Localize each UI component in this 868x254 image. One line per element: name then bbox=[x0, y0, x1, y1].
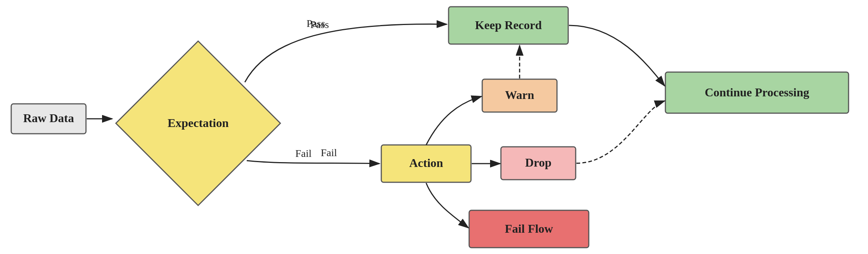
warn-node: Warn bbox=[482, 79, 557, 112]
keep-record-node: Keep Record bbox=[449, 7, 568, 44]
edge-keeprecord-continue bbox=[569, 25, 665, 86]
fail-flow-label: Fail Flow bbox=[505, 222, 553, 235]
edge-drop-continue bbox=[576, 101, 665, 163]
edge-fail-label: Fail bbox=[295, 148, 312, 159]
pass-text: Pass bbox=[307, 18, 325, 29]
continue-processing-node: Continue Processing bbox=[665, 72, 849, 113]
expectation-node: Expectation bbox=[116, 41, 280, 205]
fail-text: Fail bbox=[321, 147, 337, 158]
continue-processing-label: Continue Processing bbox=[705, 86, 809, 99]
expectation-label: Expectation bbox=[167, 116, 229, 130]
action-node: Action bbox=[381, 145, 471, 182]
warn-label: Warn bbox=[505, 88, 534, 102]
drop-label: Drop bbox=[525, 156, 552, 169]
raw-data-label: Raw Data bbox=[23, 111, 74, 125]
keep-record-label: Keep Record bbox=[475, 18, 542, 32]
edge-action-failflow bbox=[426, 183, 468, 228]
edge-exp-pass bbox=[245, 24, 447, 82]
fail-flow-node: Fail Flow bbox=[469, 210, 589, 248]
edge-action-warn bbox=[426, 96, 481, 145]
edge-exp-fail bbox=[247, 161, 379, 164]
drop-node: Drop bbox=[501, 147, 576, 180]
raw-data-node: Raw Data bbox=[11, 104, 86, 134]
action-label: Action bbox=[409, 156, 443, 170]
